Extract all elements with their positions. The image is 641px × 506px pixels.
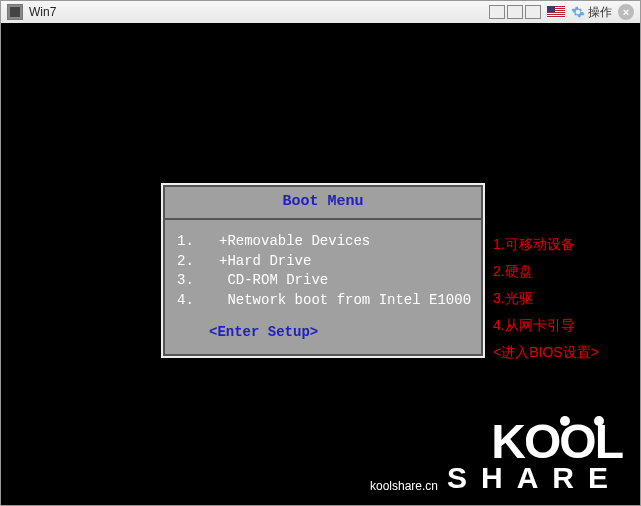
vm-window: Win7 操作 × Boot Menu 1. +Removable Device… [0, 0, 641, 506]
us-flag-icon [547, 6, 565, 18]
boot-menu-item[interactable]: 4. Network boot from Intel E1000 [177, 291, 469, 311]
dot-icon [594, 416, 604, 426]
boot-menu-title: Boot Menu [163, 193, 483, 210]
window-title: Win7 [29, 5, 56, 19]
close-button[interactable]: × [618, 4, 634, 20]
operation-menu[interactable]: 操作 [588, 4, 612, 21]
dot-icon [560, 416, 570, 426]
boot-menu-item[interactable]: 2. +Hard Drive [177, 252, 469, 272]
gear-icon[interactable] [571, 5, 585, 19]
boot-menu-dialog: Boot Menu 1. +Removable Devices2. +Hard … [161, 183, 485, 358]
vm-screen: Boot Menu 1. +Removable Devices2. +Hard … [1, 23, 640, 505]
boot-menu-body: 1. +Removable Devices2. +Hard Drive3. CD… [163, 220, 483, 356]
titlebar-button-3[interactable] [525, 5, 541, 19]
titlebar-button-1[interactable] [489, 5, 505, 19]
boot-menu-title-bar: Boot Menu [163, 185, 483, 220]
boot-menu-item[interactable]: 1. +Removable Devices [177, 232, 469, 252]
enter-setup-option[interactable]: <Enter Setup> [177, 324, 469, 340]
annotation-label: 4.从网卡引导 [493, 317, 575, 335]
watermark-url: koolshare.cn [370, 479, 438, 493]
window-icon [7, 4, 23, 20]
annotation-label: 1.可移动设备 [493, 236, 575, 254]
titlebar: Win7 操作 × [1, 1, 640, 24]
annotation-label: 2.硬盘 [493, 263, 533, 281]
watermark: KOOL SHARE [447, 420, 622, 495]
annotation-label: 3.光驱 [493, 290, 533, 308]
annotation-label: <进入BIOS设置> [493, 344, 599, 362]
watermark-line1: KOOL [447, 420, 622, 463]
titlebar-button-2[interactable] [507, 5, 523, 19]
boot-menu-item[interactable]: 3. CD-ROM Drive [177, 271, 469, 291]
